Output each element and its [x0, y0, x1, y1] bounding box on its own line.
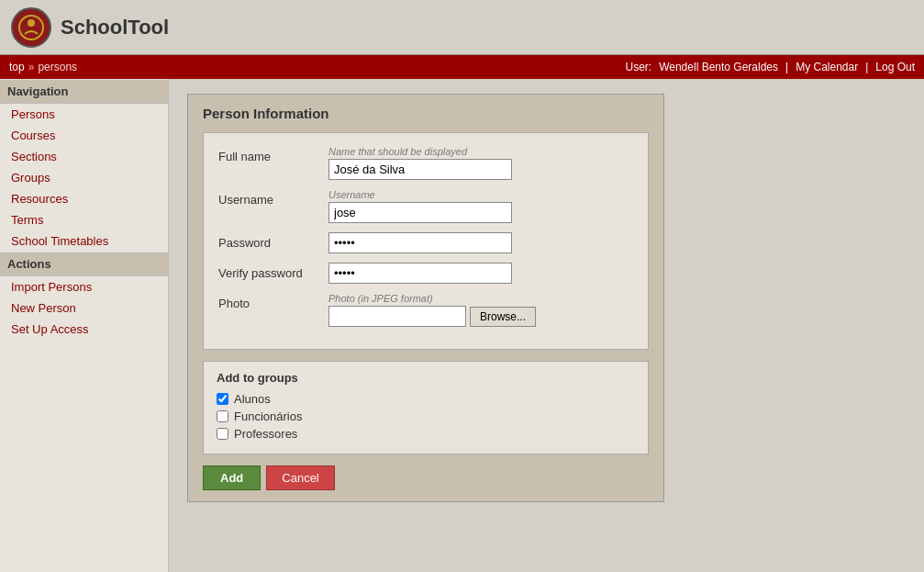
- sidebar-item-set-up-access[interactable]: Set Up Access: [0, 319, 168, 340]
- main-content: Person Information Full name Name that s…: [169, 79, 924, 572]
- sidebar-item-terms[interactable]: Terms: [0, 209, 168, 230]
- verify-password-field-wrap: [328, 263, 512, 284]
- password-input[interactable]: [328, 232, 512, 253]
- groups-section: Add to groups Alunos Funcionários Profes…: [203, 361, 649, 454]
- app-title: SchoolTool: [61, 16, 169, 39]
- photo-label: Photo: [218, 293, 328, 310]
- sidebar-item-persons[interactable]: Persons: [0, 104, 168, 125]
- cancel-button[interactable]: Cancel: [266, 465, 334, 490]
- verify-password-label: Verify password: [218, 263, 328, 280]
- breadcrumb-bar: top » persons User: Wendell Bento Gerald…: [0, 55, 924, 79]
- browse-button[interactable]: Browse...: [470, 307, 536, 327]
- photo-file-input[interactable]: [328, 306, 466, 327]
- groups-title: Add to groups: [217, 371, 635, 385]
- username-display: Wendell Bento Geraldes: [659, 61, 778, 73]
- group-checkbox-funcionarios[interactable]: [217, 410, 228, 422]
- log-out-link[interactable]: Log Out: [875, 61, 915, 73]
- group-item-professores: Professores: [217, 427, 635, 441]
- verify-password-row: Verify password: [218, 263, 633, 284]
- group-label-professores: Professores: [234, 427, 297, 441]
- sidebar-item-school-timetables[interactable]: School Timetables: [0, 230, 168, 252]
- app-logo: [11, 7, 51, 48]
- verify-password-input[interactable]: [328, 263, 512, 284]
- group-item-alunos: Alunos: [217, 392, 635, 406]
- sidebar-item-resources[interactable]: Resources: [0, 188, 168, 209]
- navigation-header: Navigation: [0, 79, 168, 104]
- sidebar: Navigation Persons Courses Sections Grou…: [0, 79, 169, 572]
- breadcrumb-top[interactable]: top: [9, 61, 25, 73]
- username-hint: Username: [328, 189, 512, 200]
- panel-title: Person Information: [203, 106, 649, 121]
- group-checkbox-professores[interactable]: [217, 428, 228, 440]
- sidebar-item-import-persons[interactable]: Import Persons: [0, 276, 168, 297]
- add-button[interactable]: Add: [203, 465, 261, 490]
- photo-hint: Photo (in JPEG format): [328, 293, 536, 304]
- username-label: Username: [218, 189, 328, 207]
- group-label-funcionarios: Funcionários: [234, 409, 302, 423]
- user-label: User:: [625, 61, 651, 73]
- username-input[interactable]: [328, 202, 512, 223]
- sidebar-item-new-person[interactable]: New Person: [0, 297, 168, 319]
- sidebar-item-groups[interactable]: Groups: [0, 167, 168, 188]
- group-label-alunos: Alunos: [234, 392, 271, 406]
- full-name-row: Full name Name that should be displayed: [218, 146, 633, 180]
- svg-point-0: [19, 16, 43, 39]
- layout: Navigation Persons Courses Sections Grou…: [0, 79, 924, 572]
- file-input-wrap: Browse...: [328, 306, 536, 327]
- password-label: Password: [218, 232, 328, 250]
- sidebar-item-sections[interactable]: Sections: [0, 146, 168, 167]
- password-field-wrap: [328, 232, 512, 253]
- my-calendar-link[interactable]: My Calendar: [796, 61, 858, 73]
- breadcrumb-current: persons: [38, 61, 77, 73]
- svg-point-1: [28, 19, 35, 27]
- group-item-funcionarios: Funcionários: [217, 409, 635, 423]
- photo-row: Photo Photo (in JPEG format) Browse...: [218, 293, 633, 327]
- full-name-hint: Name that should be displayed: [328, 146, 512, 157]
- breadcrumb-left: top » persons: [9, 61, 77, 73]
- app-header: SchoolTool: [0, 0, 924, 55]
- full-name-label: Full name: [218, 146, 328, 163]
- full-name-field-wrap: Name that should be displayed: [328, 146, 512, 180]
- breadcrumb-right: User: Wendell Bento Geraldes | My Calend…: [625, 61, 915, 73]
- action-buttons: Add Cancel: [203, 465, 649, 490]
- actions-header: Actions: [0, 252, 168, 276]
- bc-sep3: |: [865, 61, 868, 73]
- group-checkbox-alunos[interactable]: [217, 393, 228, 405]
- full-name-input[interactable]: [328, 159, 512, 180]
- photo-field-wrap: Photo (in JPEG format) Browse...: [328, 293, 536, 327]
- person-info-panel: Person Information Full name Name that s…: [187, 94, 664, 502]
- breadcrumb-sep1: »: [28, 61, 35, 73]
- username-row: Username Username: [218, 189, 633, 223]
- form-inner: Full name Name that should be displayed …: [203, 132, 649, 350]
- sidebar-item-courses[interactable]: Courses: [0, 125, 168, 146]
- password-row: Password: [218, 232, 633, 253]
- username-field-wrap: Username: [328, 189, 512, 223]
- bc-sep2: |: [785, 61, 788, 73]
